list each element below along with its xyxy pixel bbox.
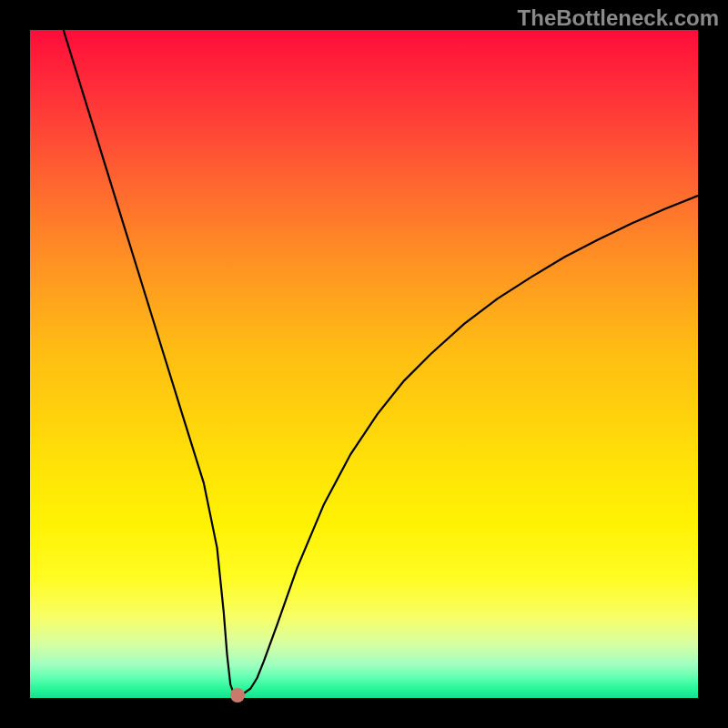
watermark-text: TheBottleneck.com [518,5,719,31]
minimum-marker [230,688,245,703]
bottleneck-curve [64,30,698,694]
curve-svg [30,30,698,698]
plot-area [30,30,698,698]
chart-container: TheBottleneck.com [0,0,728,728]
